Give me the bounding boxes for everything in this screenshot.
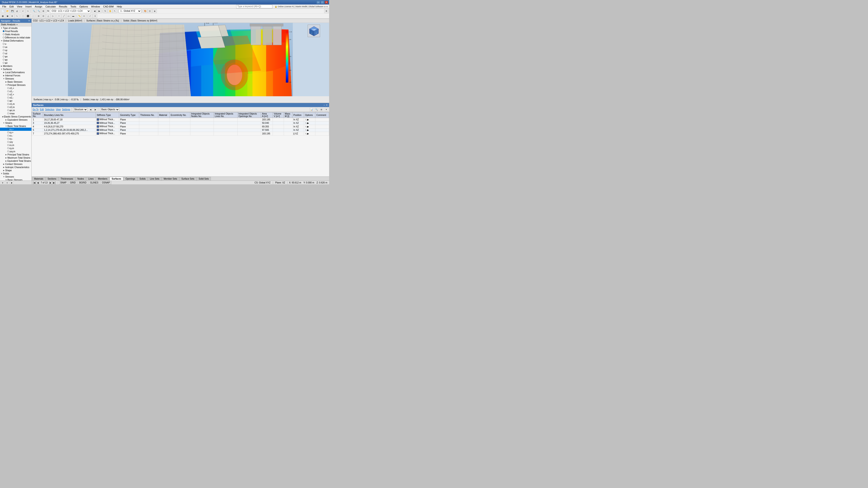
tb-r8[interactable]: ⊞ <box>36 14 41 18</box>
nav-btn-2[interactable]: ⊖ <box>5 181 9 184</box>
tb-dim[interactable]: ⇔ <box>82 14 86 18</box>
nav-gamma-xy[interactable]: γxy <box>0 140 31 143</box>
nav-type-of-results[interactable]: ▼ Type of results <box>0 26 31 30</box>
view-combo[interactable]: 1 - Global XYZ <box>119 9 141 13</box>
radio-ex-minus[interactable] <box>7 135 9 136</box>
radio-s2m[interactable] <box>7 106 9 108</box>
tb-surf[interactable]: ▭ <box>66 14 71 18</box>
table-row[interactable]: 51,2,14,271,270-65,28-33,66,69,262,265,2… <box>32 128 329 132</box>
nav-strains[interactable]: ▼ Strains <box>0 121 31 125</box>
nav-ex-plus[interactable]: εx,+ <box>0 128 31 131</box>
tab-member-sets[interactable]: Member Sets <box>162 177 179 181</box>
nav-first[interactable]: |◀ <box>33 181 36 184</box>
nav-gxym[interactable]: γxy,m <box>0 150 31 153</box>
tb-close-panel[interactable]: ✕ <box>324 108 328 111</box>
menu-options[interactable]: Options <box>78 5 89 8</box>
tab-members[interactable]: Members <box>96 177 110 181</box>
radio-s1m[interactable] <box>7 103 9 105</box>
nav-btn-3[interactable]: ▶ <box>10 181 13 184</box>
radio-u[interactable] <box>3 43 4 45</box>
nav-eym[interactable]: εy,m <box>0 147 31 150</box>
tb-check[interactable]: ✓ <box>88 14 92 18</box>
tab-solids[interactable]: Solids <box>137 177 148 181</box>
tb-rotate[interactable]: ↻ <box>103 9 107 13</box>
search-input[interactable] <box>236 5 272 8</box>
basic-objects-combo[interactable]: Basic Objects <box>100 107 119 111</box>
tb-iso[interactable]: ◈ <box>152 9 157 13</box>
nav-elastic-stress[interactable]: ▶ Elastic Stress Components <box>0 115 31 118</box>
menu-tools[interactable]: Tools <box>69 5 78 8</box>
nav-contact-stresses[interactable]: ▶ Contact Stresses <box>0 162 31 166</box>
radio-ey-plus[interactable] <box>7 131 9 133</box>
nav-members[interactable]: ▶ Members <box>0 64 31 68</box>
radio-sigma1m[interactable] <box>7 90 9 92</box>
tb-export[interactable]: 📊 <box>310 108 313 111</box>
tb-r10[interactable]: △ <box>46 14 51 18</box>
surfaces-table-container[interactable]: SurfaceNo. Boundary Lines No. Stiffness … <box>32 112 329 176</box>
tab-solid-sets[interactable]: Solid Sets <box>197 177 211 181</box>
nav-equiv-total-strains[interactable]: ▶ Equivalent Total Strains <box>0 159 31 162</box>
tb-measure[interactable]: 📏 <box>77 14 82 18</box>
goto-link[interactable]: Go To <box>33 108 39 111</box>
nav-ey-plus[interactable]: εy,+ <box>0 131 31 134</box>
radio-tau-max[interactable] <box>7 112 9 114</box>
tb-line[interactable]: ╱ <box>61 14 66 18</box>
nav-local-deformations[interactable]: ▶ Local Deformations <box>0 71 31 74</box>
nav-ux[interactable]: ux <box>0 45 31 48</box>
nav-solids[interactable]: ▼ Solids <box>0 172 31 175</box>
tb-open[interactable]: 📂 <box>5 9 10 13</box>
nav-last[interactable]: ▶| <box>53 181 56 184</box>
tb-r11[interactable]: ▷ <box>51 14 55 18</box>
nav-phi-sigma[interactable]: φσ <box>0 99 31 102</box>
menu-window[interactable]: Window <box>90 5 101 8</box>
tb-r6[interactable]: ⬛ <box>26 14 30 18</box>
view-cube[interactable]: TOP L F <box>308 25 320 37</box>
nav-exm[interactable]: εx,m <box>0 143 31 147</box>
tb-redo[interactable]: ↪ <box>26 9 30 13</box>
tb-wire[interactable]: ⊡ <box>148 9 152 13</box>
tab-nodes[interactable]: Nodes <box>75 177 86 181</box>
radio-final-results[interactable] <box>3 30 4 32</box>
tb-r4[interactable]: ∿ <box>15 14 19 18</box>
table-row[interactable]: 319-26,36-45,27Without Thick...Plane50.0… <box>32 121 329 125</box>
nav-surfaces[interactable]: ▼ Surfaces <box>0 68 31 71</box>
tb-node[interactable]: • <box>57 14 61 18</box>
selection-link[interactable]: Selection <box>45 108 55 111</box>
tb-vol[interactable]: ▬ <box>71 14 75 18</box>
radio-uz[interactable] <box>3 53 4 54</box>
menu-results[interactable]: Results <box>58 5 69 8</box>
nav-btn-1[interactable]: ⊕ <box>1 181 4 184</box>
tab-surfaces[interactable]: Surfaces <box>110 177 123 181</box>
static-analysis-dropdown[interactable]: Static Analysis ▼ <box>0 23 31 26</box>
tb-zoom-in[interactable]: 🔍 <box>32 9 36 13</box>
radio-phiy[interactable] <box>3 59 4 61</box>
tb-prev-result[interactable]: ◀ <box>92 9 97 13</box>
tb-settings[interactable]: ⚙ <box>324 9 329 13</box>
table-next[interactable]: ▶ <box>94 108 97 111</box>
tb-r3[interactable]: ⊕ <box>10 14 14 18</box>
radio-sigma2m[interactable] <box>7 97 9 98</box>
table-row[interactable]: 116,17,28,65-47,18Without Thick...Plane1… <box>32 118 329 122</box>
tab-openings[interactable]: Openings <box>123 177 137 181</box>
tb-r5[interactable]: ⬚ <box>21 14 25 18</box>
nav-sigma1-plus[interactable]: σ1,+ <box>0 87 31 90</box>
nav-shape[interactable]: ▶ Shape <box>0 169 31 172</box>
nav-static-analysis[interactable]: Static Analysis <box>0 33 31 36</box>
snap-btn[interactable]: SNAP <box>59 181 68 184</box>
tb-zoom-out[interactable]: 🔍 <box>36 9 41 13</box>
nav-equiv-stresses[interactable]: ▶ Equivalent Stresses <box>0 118 31 121</box>
panel-close-btn[interactable]: ✕ <box>326 104 328 106</box>
menu-cad-bim[interactable]: CAD-BIM <box>102 5 115 8</box>
tb-print[interactable]: 🖨 <box>15 9 19 13</box>
radio-sigma1p[interactable] <box>7 87 9 89</box>
tb-save[interactable]: 💾 <box>10 9 14 13</box>
nav-sigma2m[interactable]: σ2,m <box>0 105 31 109</box>
tb-r2[interactable]: ▣ <box>5 14 10 18</box>
tb-pan[interactable]: ✋ <box>108 9 112 13</box>
radio-ex-plus[interactable] <box>7 128 9 130</box>
nav-sigma2-plus[interactable]: σ2,+ <box>0 93 31 96</box>
nav-isotropic[interactable]: ▶ Isotropic Characteristics <box>0 166 31 169</box>
nav-phi-sigma-m[interactable]: φσ,m <box>0 109 31 112</box>
nav-principal-total-strains[interactable]: ▶ Principal Total Strains <box>0 153 31 156</box>
nav-sigma1-minus[interactable]: σ1,- <box>0 90 31 93</box>
